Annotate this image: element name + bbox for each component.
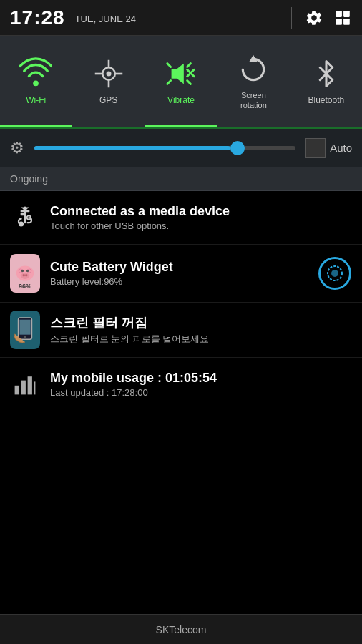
notifications-list: Connected as a media device Touch for ot… [0,191,362,411]
filter-subtitle: 스크린 필터로 눈의 피로를 덜어보세요 [50,333,352,346]
svg-rect-0 [336,11,342,17]
toggle-wifi[interactable]: Wi-Fi [0,36,72,127]
battery-notif-text: Cute Battery Widget Battery level:96% [50,260,308,287]
notification-battery[interactable]: 96% Cute Battery Widget Battery level:96… [0,245,362,303]
svg-rect-19 [21,213,24,216]
date-display: TUE, JUNE 24 [75,14,136,24]
rotation-icon [236,52,270,87]
svg-line-13 [167,64,171,67]
svg-point-23 [21,273,29,279]
svg-rect-39 [34,381,36,394]
usage-icon [10,369,40,399]
svg-point-35 [24,336,26,339]
usage-notif-text: My mobile usage : 01:05:54 Last updated … [50,371,352,398]
quick-toggles: Wi-Fi GPS [0,36,362,129]
divider [291,7,292,29]
svg-point-24 [23,274,26,277]
notification-usb[interactable]: Connected as a media device Touch for ot… [0,191,362,245]
battery-subtitle: Battery level:96% [50,276,308,287]
battery-widget-icon: 96% [10,258,40,288]
bluetooth-icon [309,57,343,91]
svg-point-31 [331,270,338,277]
time-display: 17:28 [10,6,65,29]
gps-icon [92,57,126,91]
brightness-bar: ⚙ Auto [0,129,362,167]
filter-title: 스크린 필터 꺼짐 [50,314,352,331]
notification-usage[interactable]: My mobile usage : 01:05:54 Last updated … [0,358,362,411]
status-bar: 17:28 TUE, JUNE 24 [0,0,362,36]
vibrate-icon [164,57,198,91]
brightness-thumb [230,141,245,155]
settings-icon[interactable] [305,9,323,27]
wifi-label: Wi-Fi [26,95,46,105]
status-icons [288,7,352,29]
battery-circle-icon [318,256,352,291]
svg-marker-10 [172,64,184,84]
grid-icon[interactable] [333,9,352,27]
svg-point-25 [25,274,28,277]
auto-brightness[interactable]: Auto [305,138,352,158]
svg-rect-1 [343,11,350,17]
toggle-vibrate[interactable]: Vibrate [145,36,217,127]
svg-point-28 [21,270,24,273]
brightness-slider[interactable] [34,146,295,150]
svg-line-12 [187,81,191,84]
svg-rect-38 [28,376,32,394]
wifi-icon [19,57,53,91]
filter-icon [10,315,40,345]
carrier-label: SKTelecom [156,624,207,635]
usb-subtitle: Touch for other USB options. [50,220,352,231]
battery-title: Cute Battery Widget [50,260,308,275]
svg-rect-3 [343,19,350,25]
usage-title: My mobile usage : 01:05:54 [50,371,352,386]
gps-label: GPS [99,95,117,105]
svg-rect-2 [336,19,342,25]
usage-subtitle: Last updated : 17:28:00 [50,387,352,398]
svg-line-11 [187,64,191,67]
usb-icon [10,203,40,233]
vibrate-active-bar [145,125,217,127]
toggle-bluetooth[interactable]: Bluetooth [290,36,362,127]
vibrate-label: Vibrate [167,95,195,105]
svg-rect-36 [15,386,19,395]
brightness-fill [34,146,230,150]
ongoing-label: Ongoing [10,173,48,185]
filter-notif-text: 스크린 필터 꺼짐 스크린 필터로 눈의 피로를 덜어보세요 [50,314,352,346]
bluetooth-label: Bluetooth [308,95,344,105]
auto-text: Auto [330,142,352,154]
ongoing-header: Ongoing [0,167,362,191]
svg-point-29 [26,270,29,273]
usb-notif-text: Connected as a media device Touch for ot… [50,204,352,231]
svg-line-14 [167,81,171,84]
usb-title: Connected as a media device [50,204,352,219]
toggle-gps[interactable]: GPS [72,36,145,127]
auto-checkbox[interactable] [305,138,326,158]
wifi-active-bar [0,125,72,127]
svg-rect-34 [19,320,30,335]
notification-filter[interactable]: 스크린 필터 꺼짐 스크린 필터로 눈의 피로를 덜어보세요 [0,303,362,358]
rotation-label: Screen rotation [240,91,267,109]
brightness-icon: ⚙ [10,139,24,157]
toggle-rotation[interactable]: Screen rotation [217,36,290,127]
bottom-bar: SKTelecom [0,614,362,644]
svg-point-9 [106,72,111,77]
svg-rect-37 [21,381,26,395]
